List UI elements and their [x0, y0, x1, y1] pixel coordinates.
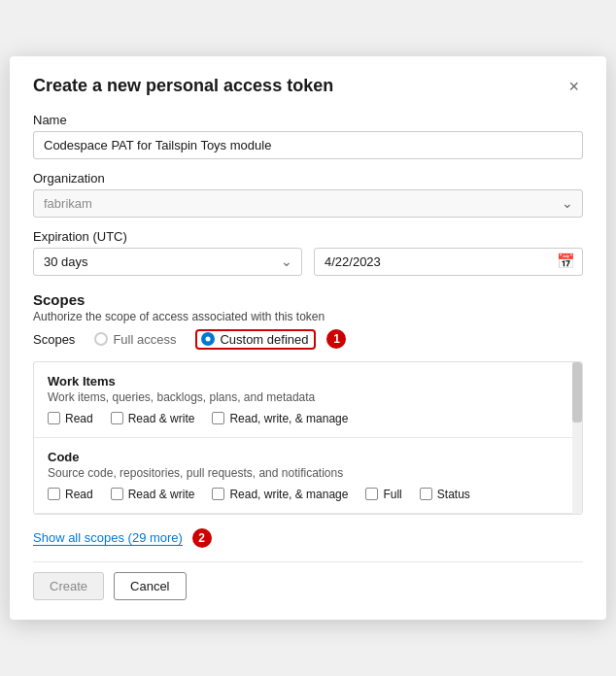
- name-input[interactable]: [33, 131, 583, 159]
- code-manage[interactable]: Read, write, & manage: [212, 488, 348, 501]
- code-desc: Source code, repositories, pull requests…: [48, 466, 568, 480]
- work-items-read-write-checkbox: [111, 412, 123, 424]
- work-items-read-label: Read: [65, 412, 93, 425]
- show-all-scopes-link[interactable]: Show all scopes (29 more): [33, 530, 183, 546]
- work-items-section: Work Items Work items, queries, backlogs…: [34, 362, 582, 438]
- custom-defined-option[interactable]: Custom defined 1: [195, 329, 346, 350]
- code-manage-label: Read, write, & manage: [229, 488, 348, 501]
- org-select[interactable]: fabrikam: [33, 189, 583, 218]
- show-scopes-row: Show all scopes (29 more) 2: [33, 523, 583, 549]
- work-items-options: Read Read & write Read, write, & manage: [48, 412, 568, 425]
- show-scopes-count: (29 more): [128, 530, 183, 545]
- dialog-header: Create a new personal access token ×: [33, 76, 583, 97]
- code-full[interactable]: Full: [365, 488, 401, 501]
- code-read-write-checkbox: [111, 488, 123, 500]
- code-title: Code: [48, 450, 568, 464]
- code-full-label: Full: [383, 488, 401, 501]
- work-items-title: Work Items: [48, 374, 568, 389]
- scopes-desc: Authorize the scope of access associated…: [33, 310, 583, 323]
- code-section: Code Source code, repositories, pull req…: [34, 438, 582, 514]
- work-items-manage-label: Read, write, & manage: [229, 412, 348, 425]
- full-access-radio: [94, 332, 108, 346]
- custom-defined-label: Custom defined: [220, 332, 308, 347]
- scopes-box: Work Items Work items, queries, backlogs…: [33, 361, 583, 515]
- expiration-select[interactable]: 30 days: [33, 248, 302, 276]
- org-label: Organization: [33, 171, 583, 186]
- work-items-read-write-label: Read & write: [128, 412, 195, 425]
- code-read-write-label: Read & write: [128, 488, 195, 501]
- expiration-select-wrapper: 30 days: [33, 248, 302, 276]
- work-items-read-write-manage[interactable]: Read, write, & manage: [212, 412, 348, 425]
- name-label: Name: [33, 113, 583, 127]
- callout-badge-2: 2: [192, 528, 212, 548]
- code-read[interactable]: Read: [48, 488, 93, 501]
- dialog-title: Create a new personal access token: [33, 76, 333, 96]
- scopes-title: Scopes: [33, 291, 583, 308]
- code-status-checkbox: [420, 488, 432, 500]
- org-field-group: Organization fabrikam: [33, 171, 583, 218]
- expiration-row: 30 days 📅: [33, 248, 583, 276]
- work-items-read-checkbox: [48, 412, 60, 424]
- org-select-wrapper: fabrikam: [33, 189, 583, 218]
- callout-badge-1: 1: [326, 329, 346, 349]
- expiration-field-group: Expiration (UTC) 30 days 📅: [33, 229, 583, 276]
- code-read-checkbox: [48, 488, 60, 500]
- custom-defined-radio: [201, 332, 215, 346]
- scrollbar-track[interactable]: [572, 362, 582, 514]
- full-access-label: Full access: [113, 332, 176, 347]
- code-read-write[interactable]: Read & write: [111, 488, 195, 501]
- custom-defined-highlight: Custom defined: [195, 329, 316, 350]
- date-input[interactable]: [314, 248, 583, 276]
- create-pat-dialog: Create a new personal access token × Nam…: [10, 56, 606, 621]
- show-scopes-label: Show all scopes: [33, 530, 124, 545]
- footer-buttons: Create Cancel: [33, 561, 583, 600]
- work-items-read[interactable]: Read: [48, 412, 93, 425]
- expiration-label: Expiration (UTC): [33, 229, 583, 244]
- scopes-radio-row: Scopes Full access Custom defined 1: [33, 329, 583, 350]
- code-manage-checkbox: [212, 488, 224, 500]
- work-items-read-write[interactable]: Read & write: [111, 412, 195, 425]
- work-items-manage-checkbox: [212, 412, 224, 424]
- code-read-label: Read: [65, 488, 93, 501]
- code-full-checkbox: [365, 488, 378, 500]
- scopes-section: Scopes Authorize the scope of access ass…: [33, 291, 583, 350]
- date-input-wrapper: 📅: [314, 248, 583, 276]
- full-access-option[interactable]: Full access: [94, 332, 176, 347]
- code-status[interactable]: Status: [420, 488, 470, 501]
- close-button[interactable]: ×: [565, 76, 583, 97]
- scrollbar-thumb: [572, 362, 582, 422]
- code-options: Read Read & write Read, write, & manage …: [48, 488, 568, 501]
- code-status-label: Status: [437, 488, 470, 501]
- create-button[interactable]: Create: [33, 572, 104, 600]
- name-field-group: Name: [33, 113, 583, 159]
- work-items-desc: Work items, queries, backlogs, plans, an…: [48, 390, 568, 404]
- scopes-label: Scopes: [33, 332, 75, 347]
- cancel-button[interactable]: Cancel: [114, 572, 186, 600]
